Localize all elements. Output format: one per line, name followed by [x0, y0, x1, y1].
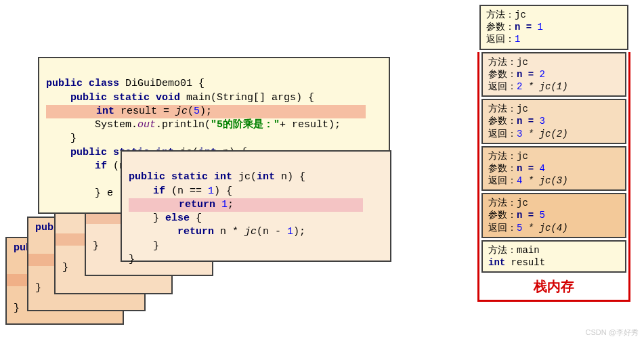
code-keyword: if [153, 185, 165, 197]
code-text: n) { [275, 171, 305, 183]
inner-code-panel: public static int jc(int n) { if (n == 1… [121, 150, 391, 262]
highlighted-return-line: return 1; [129, 198, 363, 212]
code-text: out [137, 119, 156, 131]
stack-frame-jc-4: 方法：jc 参数：n = 4 返回：4 * jc(3) [481, 146, 626, 191]
code-text: (n - [257, 226, 287, 238]
code-brace: } [153, 240, 159, 252]
code-keyword: public class [46, 78, 119, 89]
highlighted-call-line: int result = jc(5); [46, 105, 366, 118]
code-text: System. [95, 119, 137, 131]
code-keyword: if [95, 160, 107, 172]
call-stack: 方法：jc 参数：n = 1 返回：1 方法：jc 参数：n = 2 返回：2 … [477, 3, 630, 302]
code-brace: } [129, 254, 135, 265]
code-text: jc( [232, 171, 257, 183]
code-keyword: int [257, 171, 275, 183]
stack-frame-jc-3: 方法：jc 参数：n = 3 返回：3 * jc(2) [481, 99, 626, 144]
stack-frame-jc-5: 方法：jc 参数：n = 5 返回：5 * jc(4) [481, 193, 626, 238]
code-text: .println( [156, 119, 211, 131]
code-brace: } [70, 133, 77, 144]
watermark: CSDN @李好秀 [586, 327, 639, 338]
code-text: main(String[] args) { [180, 92, 314, 104]
code-keyword: public static int [129, 171, 232, 183]
stack-border: 方法：jc 参数：n = 2 返回：2 * jc(1) 方法：jc 参数：n =… [477, 52, 630, 302]
code-brace: } [153, 212, 159, 224]
stack-frame-main: 方法：main int result [481, 240, 626, 273]
code-number: 1 [208, 185, 214, 197]
code-text: ); [293, 226, 305, 238]
code-fn: jc [244, 226, 257, 238]
code-text: ) { [214, 185, 232, 197]
code-text: } e [95, 187, 113, 199]
stack-title: 栈内存 [479, 275, 628, 300]
code-keyword: public static void [70, 92, 180, 104]
code-text: + result); [280, 119, 341, 131]
code-text: DiGuiDemo01 { [119, 78, 205, 89]
code-number: 1 [287, 226, 293, 238]
stack-frame-jc-2: 方法：jc 参数：n = 2 返回：2 * jc(1) [481, 52, 626, 97]
code-text: (n == [165, 185, 208, 197]
code-text: n * [214, 226, 244, 238]
stack-frame-jc-1: 方法：jc 参数：n = 1 返回：1 [479, 5, 628, 50]
code-string: "5的阶乘是：" [211, 119, 280, 131]
code-keyword: return [177, 226, 214, 238]
code-keyword: else [159, 212, 196, 224]
code-brace: { [196, 212, 202, 224]
